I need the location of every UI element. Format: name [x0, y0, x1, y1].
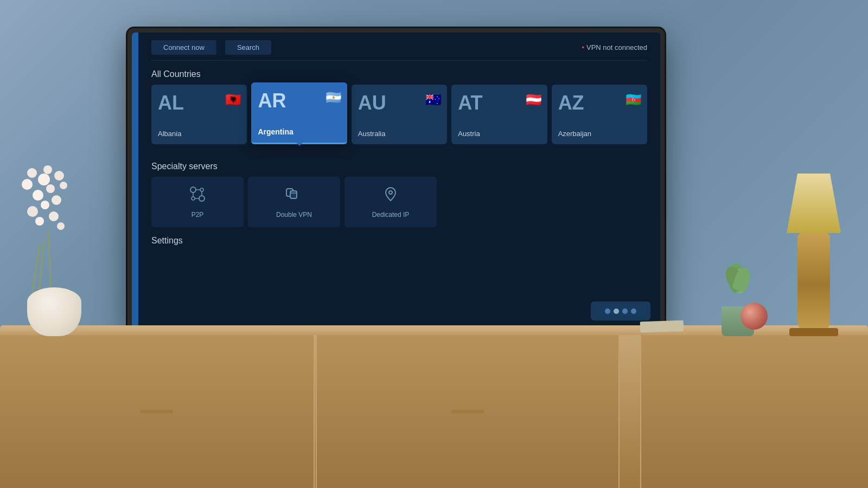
country-flag-az: 🇦🇿	[626, 92, 642, 107]
settings-heading: Settings	[151, 236, 647, 246]
lamp-right	[781, 174, 846, 336]
specialty-card-dedicated-ip[interactable]: Dedicated IP	[344, 177, 437, 227]
vpn-status-dot: •	[582, 43, 584, 52]
country-name-au: Australia	[358, 130, 441, 138]
country-name-at: Austria	[458, 130, 540, 138]
tv-screen: Connect now Search •VPN not connected Al…	[132, 33, 660, 330]
decorative-sphere	[741, 303, 768, 330]
svg-point-11	[389, 191, 392, 194]
country-name-ar: Argentina	[258, 127, 340, 136]
double-vpn-label: Double VPN	[276, 211, 312, 219]
sideboard	[0, 325, 868, 488]
vpn-app: Connect now Search •VPN not connected Al…	[132, 33, 660, 330]
dedicated-ip-icon	[382, 185, 399, 207]
notebook	[640, 320, 684, 333]
sideboard-mid	[316, 335, 620, 488]
dedicated-ip-label: Dedicated IP	[372, 211, 410, 219]
country-card-au[interactable]: AU 🇦🇺 Australia	[352, 85, 447, 144]
sideboard-handle-left	[141, 410, 173, 413]
svg-point-2	[200, 188, 203, 191]
svg-point-0	[190, 187, 196, 192]
sideboard-left	[0, 335, 315, 488]
remote-dot-1	[605, 309, 610, 314]
vpn-status-label: VPN not connected	[586, 43, 647, 52]
country-name-az: Azerbaijan	[558, 130, 641, 138]
double-vpn-icon	[285, 185, 303, 207]
lamp-base	[797, 233, 830, 336]
country-flag-au: 🇦🇺	[425, 92, 442, 107]
search-button[interactable]: Search	[225, 40, 271, 55]
vpn-status: •VPN not connected	[582, 43, 647, 52]
svg-point-1	[199, 196, 205, 201]
country-name-al: Albania	[158, 130, 240, 138]
all-countries-heading: All Countries	[151, 69, 647, 79]
plant-flowers	[11, 163, 98, 293]
sideboard-right	[640, 335, 868, 488]
tv-frame: Connect now Search •VPN not connected Al…	[127, 28, 665, 335]
remote-dot-2	[614, 309, 619, 314]
specialty-row: P2P Double VPN	[151, 177, 647, 227]
lamp-base-bottom	[789, 328, 838, 336]
specialty-card-double-vpn[interactable]: Double VPN	[248, 177, 340, 227]
connect-now-button[interactable]: Connect now	[151, 40, 216, 55]
country-flag-al: 🇦🇱	[225, 92, 241, 107]
country-flag-ar: 🇦🇷	[326, 90, 342, 105]
lamp-shade	[787, 174, 841, 233]
plant-left	[11, 163, 98, 336]
sidebar-accent	[132, 33, 138, 330]
country-card-ar[interactable]: AR 🇦🇷 Argentina	[251, 82, 347, 144]
specialty-servers-heading: Specialty servers	[151, 162, 647, 171]
plant-pot	[27, 287, 81, 336]
remote-dot-4	[631, 309, 636, 314]
header: Connect now Search •VPN not connected	[151, 33, 647, 61]
country-row: AL 🇦🇱 Albania AR 🇦🇷 Argentina AU 🇦🇺	[151, 85, 647, 144]
specialty-card-p2p[interactable]: P2P	[151, 177, 244, 227]
p2p-label: P2P	[192, 211, 204, 219]
svg-rect-9	[290, 191, 297, 198]
p2p-icon	[189, 185, 206, 207]
country-card-at[interactable]: AT 🇦🇹 Austria	[451, 85, 547, 144]
main-content: Connect now Search •VPN not connected Al…	[138, 33, 660, 330]
sideboard-handle-mid	[451, 410, 484, 413]
country-card-al[interactable]: AL 🇦🇱 Albania	[151, 85, 247, 144]
remote-dot-3	[622, 309, 628, 314]
country-flag-at: 🇦🇹	[526, 92, 542, 107]
svg-point-3	[192, 197, 195, 200]
country-card-az[interactable]: AZ 🇦🇿 Azerbaijan	[552, 85, 647, 144]
remote-indicator	[591, 301, 650, 320]
